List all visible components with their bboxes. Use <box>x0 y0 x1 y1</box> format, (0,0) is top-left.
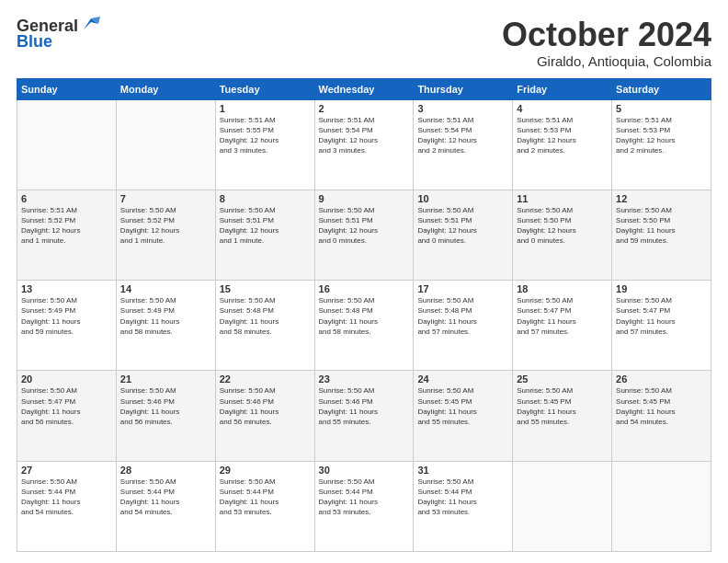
week-row-1: 1Sunrise: 5:51 AM Sunset: 5:55 PM Daylig… <box>17 99 711 190</box>
day-info: Sunrise: 5:50 AM Sunset: 5:48 PM Dayligh… <box>319 295 410 337</box>
day-number: 28 <box>120 465 211 476</box>
logo: General Blue <box>17 17 100 52</box>
calendar-cell: 16Sunrise: 5:50 AM Sunset: 5:48 PM Dayli… <box>314 281 414 371</box>
day-info: Sunrise: 5:50 AM Sunset: 5:50 PM Dayligh… <box>616 205 707 247</box>
calendar-table: Sunday Monday Tuesday Wednesday Thursday… <box>17 78 711 552</box>
day-number: 11 <box>517 193 608 204</box>
day-info: Sunrise: 5:50 AM Sunset: 5:44 PM Dayligh… <box>220 477 311 518</box>
calendar-cell: 6Sunrise: 5:51 AM Sunset: 5:52 PM Daylig… <box>17 190 117 280</box>
calendar-cell: 26Sunrise: 5:50 AM Sunset: 5:45 PM Dayli… <box>612 371 711 461</box>
calendar-cell: 2Sunrise: 5:51 AM Sunset: 5:54 PM Daylig… <box>314 99 414 190</box>
week-row-2: 6Sunrise: 5:51 AM Sunset: 5:52 PM Daylig… <box>17 190 711 280</box>
col-saturday: Saturday <box>612 78 711 99</box>
calendar-cell: 22Sunrise: 5:50 AM Sunset: 5:46 PM Dayli… <box>215 371 314 461</box>
day-number: 6 <box>21 193 112 204</box>
day-info: Sunrise: 5:50 AM Sunset: 5:47 PM Dayligh… <box>517 295 608 337</box>
calendar-cell: 4Sunrise: 5:51 AM Sunset: 5:53 PM Daylig… <box>513 99 612 190</box>
day-number: 20 <box>21 373 112 385</box>
day-info: Sunrise: 5:50 AM Sunset: 5:51 PM Dayligh… <box>319 205 410 247</box>
calendar-cell: 25Sunrise: 5:50 AM Sunset: 5:45 PM Dayli… <box>513 371 612 461</box>
day-number: 7 <box>120 193 211 204</box>
col-sunday: Sunday <box>17 78 117 99</box>
day-info: Sunrise: 5:50 AM Sunset: 5:44 PM Dayligh… <box>21 477 112 518</box>
calendar-cell: 28Sunrise: 5:50 AM Sunset: 5:44 PM Dayli… <box>116 461 215 551</box>
day-info: Sunrise: 5:51 AM Sunset: 5:53 PM Dayligh… <box>517 115 608 156</box>
calendar-cell: 27Sunrise: 5:50 AM Sunset: 5:44 PM Dayli… <box>17 461 117 551</box>
logo-bird-icon <box>80 17 100 33</box>
day-number: 23 <box>319 373 410 385</box>
calendar-cell: 20Sunrise: 5:50 AM Sunset: 5:47 PM Dayli… <box>17 371 117 461</box>
col-thursday: Thursday <box>414 78 513 99</box>
day-info: Sunrise: 5:50 AM Sunset: 5:46 PM Dayligh… <box>220 385 311 427</box>
calendar-cell <box>513 461 612 551</box>
calendar-cell: 10Sunrise: 5:50 AM Sunset: 5:51 PM Dayli… <box>414 190 513 280</box>
day-number: 22 <box>220 373 311 385</box>
week-row-5: 27Sunrise: 5:50 AM Sunset: 5:44 PM Dayli… <box>17 461 711 551</box>
calendar-cell: 7Sunrise: 5:50 AM Sunset: 5:52 PM Daylig… <box>116 190 215 280</box>
day-info: Sunrise: 5:50 AM Sunset: 5:45 PM Dayligh… <box>417 385 508 427</box>
day-number: 16 <box>319 283 410 294</box>
day-info: Sunrise: 5:50 AM Sunset: 5:47 PM Dayligh… <box>21 385 112 427</box>
calendar-cell <box>17 99 117 190</box>
day-info: Sunrise: 5:50 AM Sunset: 5:44 PM Dayligh… <box>417 477 508 518</box>
day-number: 3 <box>417 103 508 114</box>
day-number: 12 <box>616 193 707 204</box>
day-info: Sunrise: 5:50 AM Sunset: 5:44 PM Dayligh… <box>120 477 211 518</box>
day-number: 19 <box>616 283 707 294</box>
col-friday: Friday <box>513 78 612 99</box>
calendar-cell: 17Sunrise: 5:50 AM Sunset: 5:48 PM Dayli… <box>414 281 513 371</box>
col-tuesday: Tuesday <box>215 78 314 99</box>
day-number: 8 <box>220 193 311 204</box>
day-number: 17 <box>417 283 508 294</box>
day-info: Sunrise: 5:50 AM Sunset: 5:46 PM Dayligh… <box>319 385 410 427</box>
week-row-3: 13Sunrise: 5:50 AM Sunset: 5:49 PM Dayli… <box>17 281 711 371</box>
col-wednesday: Wednesday <box>314 78 414 99</box>
logo-blue-text: Blue <box>17 32 52 52</box>
calendar-cell: 1Sunrise: 5:51 AM Sunset: 5:55 PM Daylig… <box>215 99 314 190</box>
calendar-cell: 30Sunrise: 5:50 AM Sunset: 5:44 PM Dayli… <box>314 461 414 551</box>
calendar-cell <box>612 461 711 551</box>
day-info: Sunrise: 5:51 AM Sunset: 5:54 PM Dayligh… <box>417 115 508 156</box>
day-info: Sunrise: 5:50 AM Sunset: 5:52 PM Dayligh… <box>120 205 211 247</box>
day-info: Sunrise: 5:51 AM Sunset: 5:53 PM Dayligh… <box>616 115 707 156</box>
calendar-cell: 29Sunrise: 5:50 AM Sunset: 5:44 PM Dayli… <box>215 461 314 551</box>
day-info: Sunrise: 5:50 AM Sunset: 5:51 PM Dayligh… <box>417 205 508 247</box>
day-number: 24 <box>417 373 508 385</box>
calendar-cell: 23Sunrise: 5:50 AM Sunset: 5:46 PM Dayli… <box>314 371 414 461</box>
day-number: 31 <box>417 465 508 476</box>
calendar-cell: 19Sunrise: 5:50 AM Sunset: 5:47 PM Dayli… <box>612 281 711 371</box>
day-info: Sunrise: 5:50 AM Sunset: 5:49 PM Dayligh… <box>21 295 112 337</box>
calendar-cell: 31Sunrise: 5:50 AM Sunset: 5:44 PM Dayli… <box>414 461 513 551</box>
calendar-cell: 5Sunrise: 5:51 AM Sunset: 5:53 PM Daylig… <box>612 99 711 190</box>
day-info: Sunrise: 5:50 AM Sunset: 5:48 PM Dayligh… <box>417 295 508 337</box>
title-area: October 2024 Giraldo, Antioquia, Colombi… <box>502 17 711 69</box>
day-number: 1 <box>220 103 311 114</box>
day-info: Sunrise: 5:50 AM Sunset: 5:45 PM Dayligh… <box>616 385 707 427</box>
month-title: October 2024 <box>502 17 711 53</box>
calendar-cell: 18Sunrise: 5:50 AM Sunset: 5:47 PM Dayli… <box>513 281 612 371</box>
day-info: Sunrise: 5:50 AM Sunset: 5:45 PM Dayligh… <box>517 385 608 427</box>
calendar-cell: 9Sunrise: 5:50 AM Sunset: 5:51 PM Daylig… <box>314 190 414 280</box>
day-number: 21 <box>120 373 211 385</box>
day-info: Sunrise: 5:51 AM Sunset: 5:52 PM Dayligh… <box>21 205 112 247</box>
col-monday: Monday <box>116 78 215 99</box>
day-number: 9 <box>319 193 410 204</box>
week-row-4: 20Sunrise: 5:50 AM Sunset: 5:47 PM Dayli… <box>17 371 711 461</box>
day-number: 30 <box>319 465 410 476</box>
calendar-cell <box>116 99 215 190</box>
day-number: 29 <box>220 465 311 476</box>
day-number: 10 <box>417 193 508 204</box>
calendar-cell: 14Sunrise: 5:50 AM Sunset: 5:49 PM Dayli… <box>116 281 215 371</box>
page: General Blue October 2024 Giraldo, Antio… <box>0 0 728 563</box>
day-info: Sunrise: 5:50 AM Sunset: 5:44 PM Dayligh… <box>319 477 410 518</box>
day-info: Sunrise: 5:51 AM Sunset: 5:54 PM Dayligh… <box>319 115 410 156</box>
calendar-header-row: Sunday Monday Tuesday Wednesday Thursday… <box>17 78 711 99</box>
calendar-cell: 13Sunrise: 5:50 AM Sunset: 5:49 PM Dayli… <box>17 281 117 371</box>
day-number: 5 <box>616 103 707 114</box>
day-info: Sunrise: 5:50 AM Sunset: 5:49 PM Dayligh… <box>120 295 211 337</box>
calendar-cell: 11Sunrise: 5:50 AM Sunset: 5:50 PM Dayli… <box>513 190 612 280</box>
day-info: Sunrise: 5:50 AM Sunset: 5:47 PM Dayligh… <box>616 295 707 337</box>
day-number: 27 <box>21 465 112 476</box>
day-info: Sunrise: 5:50 AM Sunset: 5:50 PM Dayligh… <box>517 205 608 247</box>
calendar-cell: 8Sunrise: 5:50 AM Sunset: 5:51 PM Daylig… <box>215 190 314 280</box>
